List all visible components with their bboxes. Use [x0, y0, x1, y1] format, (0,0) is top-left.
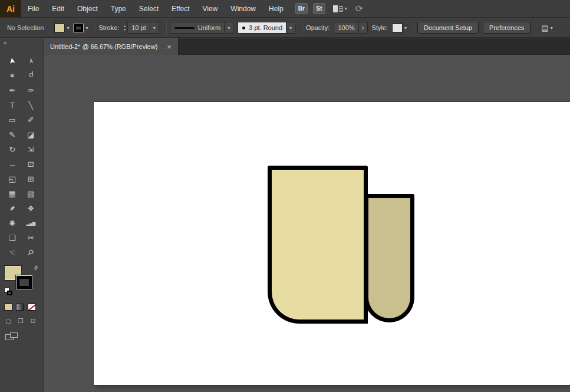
shape-builder-tool[interactable]: ◱: [3, 172, 22, 186]
draw-behind-mode[interactable]: ❐: [16, 317, 25, 325]
chevron-down-icon[interactable]: ▾: [404, 25, 407, 31]
brush-definition-field[interactable]: 3 pt. Round ▾: [238, 22, 295, 34]
stroke-proxy-swatch[interactable]: [16, 275, 32, 289]
stroke-weight-stepper[interactable]: ▲▼: [123, 24, 126, 31]
slice-tool[interactable]: ✂: [22, 230, 41, 245]
drawing-mode-buttons: ▢❐⊡: [0, 317, 43, 325]
chevron-down-icon[interactable]: ▾: [85, 25, 88, 31]
brush-definition-value[interactable]: 3 pt. Round: [245, 24, 286, 31]
opacity-value[interactable]: 100%: [334, 24, 358, 31]
width-tool[interactable]: ↔: [3, 157, 22, 172]
menu-view[interactable]: View: [196, 0, 225, 18]
width-profile-field[interactable]: Uniform ▾: [170, 22, 234, 34]
opacity-panel-arrow-icon[interactable]: ›: [358, 22, 367, 33]
tab-close-icon[interactable]: ×: [167, 42, 172, 51]
artboard-tool[interactable]: ❏: [3, 230, 22, 245]
separator: [538, 21, 538, 35]
screen-mode-button[interactable]: [5, 332, 19, 341]
free-transform-tool[interactable]: ⊡: [22, 157, 41, 172]
color-button[interactable]: [4, 304, 12, 311]
chevron-down-icon[interactable]: ▾: [150, 22, 159, 33]
menu-edit[interactable]: Edit: [45, 0, 71, 18]
menu-select[interactable]: Select: [133, 0, 165, 18]
style-swatch[interactable]: [392, 24, 403, 32]
gradient-button[interactable]: [16, 304, 24, 311]
lasso-tool[interactable]: ρ: [22, 68, 41, 83]
symbol-sprayer-tool[interactable]: ✺: [3, 216, 22, 230]
opacity-label[interactable]: Opacity:: [306, 24, 330, 31]
magic-wand-tool[interactable]: ✶: [3, 68, 22, 83]
perspective-grid-tool-icon: ⊞: [28, 175, 34, 183]
rectangle-tool[interactable]: ▭: [3, 113, 22, 127]
rotate-tool[interactable]: ↻: [3, 142, 22, 157]
workspace-control[interactable]: ▤ ▾: [541, 24, 552, 32]
width-profile-value[interactable]: Uniform: [195, 24, 225, 31]
chevron-down-icon[interactable]: ▾: [67, 25, 69, 31]
style-control[interactable]: ▾: [392, 24, 407, 32]
menu-effect[interactable]: Effect: [165, 0, 196, 18]
eyedropper-tool[interactable]: ✒: [3, 201, 22, 216]
stepper-down-icon[interactable]: ▼: [123, 28, 126, 31]
column-graph-tool[interactable]: ▂▄▆: [22, 216, 41, 230]
direct-selection-tool[interactable]: ➢: [22, 54, 41, 68]
type-tool[interactable]: T: [3, 98, 22, 113]
eraser-tool[interactable]: ◪: [22, 127, 41, 142]
pencil-tool[interactable]: ✎: [3, 127, 22, 142]
scale-tool-icon: ⇲: [28, 146, 34, 153]
rectangle-tool-icon: ▭: [9, 116, 16, 124]
hand-tool[interactable]: ☜: [3, 245, 22, 260]
stroke-label[interactable]: Stroke:: [98, 24, 119, 31]
stroke-weight-field[interactable]: 10 pt ▾: [127, 22, 159, 34]
document-tab-strip: Untitled-2* @ 66.67% (RGB/Preview) ×: [44, 38, 570, 55]
sync-status-icon[interactable]: ⟳: [355, 0, 363, 18]
stroke-weight-value[interactable]: 10 pt: [128, 24, 149, 31]
menu-window[interactable]: Window: [224, 0, 262, 18]
perspective-grid-tool[interactable]: ⊞: [22, 172, 41, 186]
menu-type[interactable]: Type: [104, 0, 133, 18]
blend-tool-icon: ❖: [27, 205, 34, 212]
menu-file[interactable]: File: [21, 0, 45, 18]
large-rounded-rectangle-shape[interactable]: [268, 166, 368, 324]
menu-object[interactable]: Object: [71, 0, 104, 18]
chevron-down-icon[interactable]: ▾: [286, 22, 295, 33]
paintbrush-tool-icon: ✐: [28, 116, 34, 124]
opacity-field[interactable]: 100% ›: [334, 22, 367, 34]
chevron-down-icon[interactable]: ▾: [224, 22, 233, 33]
fill-color-control[interactable]: ▾: [54, 24, 69, 32]
stroke-profile-preview: [174, 27, 195, 29]
selection-tool[interactable]: ➤: [3, 54, 22, 68]
chevron-down-icon[interactable]: ▾: [551, 25, 553, 31]
bridge-button[interactable]: Br: [295, 3, 308, 14]
gradient-tool[interactable]: ▧: [22, 186, 41, 201]
mesh-tool[interactable]: ▦: [3, 186, 22, 201]
menu-help[interactable]: Help: [262, 0, 290, 18]
style-label[interactable]: Style:: [372, 24, 388, 31]
pen-tool[interactable]: ✒: [3, 83, 22, 98]
workspace-icon[interactable]: ▤: [541, 24, 548, 32]
line-segment-tool[interactable]: ╲: [22, 98, 41, 113]
stroke-color-control[interactable]: ▾: [73, 24, 88, 32]
collapse-panel-icon[interactable]: «: [4, 39, 7, 46]
none-button[interactable]: [28, 304, 36, 311]
separator: [95, 21, 95, 35]
curvature-tool[interactable]: ✑: [22, 83, 41, 98]
draw-inside-mode[interactable]: ⊡: [28, 317, 38, 325]
stroke-color-swatch[interactable]: [73, 24, 84, 32]
default-fill-stroke-icon[interactable]: [4, 288, 14, 296]
document-tab[interactable]: Untitled-2* @ 66.67% (RGB/Preview) ×: [44, 38, 179, 55]
separator: [414, 21, 414, 35]
swap-fill-stroke-icon[interactable]: ⇄: [32, 264, 39, 271]
blend-tool[interactable]: ❖: [22, 201, 41, 216]
document-setup-button[interactable]: Document Setup: [417, 22, 479, 34]
preferences-button[interactable]: Preferences: [483, 22, 531, 34]
paintbrush-tool[interactable]: ✐: [22, 113, 41, 127]
draw-normal-mode[interactable]: ▢: [4, 317, 13, 325]
small-rounded-rectangle-shape[interactable]: [364, 194, 414, 322]
workspace-layout-icon[interactable]: [333, 5, 343, 12]
chevron-down-icon[interactable]: ▾: [345, 6, 347, 11]
fill-color-swatch[interactable]: [54, 24, 65, 32]
zoom-tool[interactable]: ⚲: [22, 245, 41, 260]
draw-normal-icon: ▢: [5, 318, 11, 324]
scale-tool[interactable]: ⇲: [22, 142, 41, 157]
stock-button[interactable]: St: [313, 3, 325, 14]
